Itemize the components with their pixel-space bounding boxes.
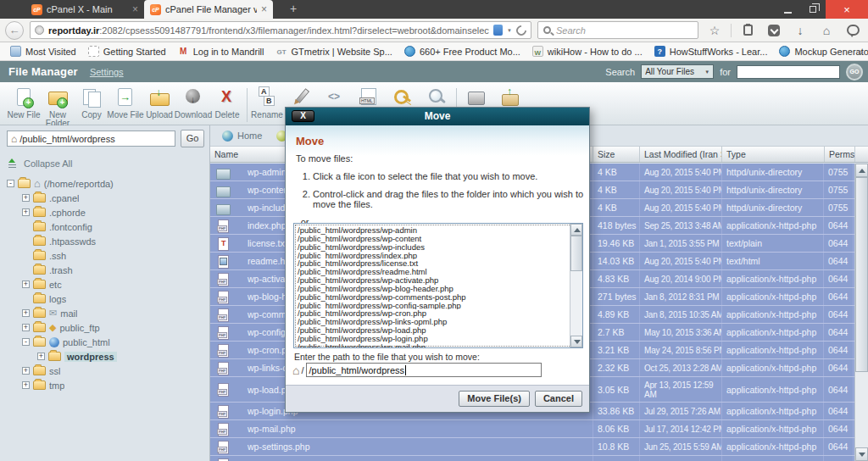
scroll-thumb[interactable]: [570, 236, 582, 271]
url-bar[interactable]: reportday.ir:2082/cpsess5091487791/front…: [30, 21, 531, 39]
file-type-icon[interactable]: [216, 291, 230, 303]
scroll-down-button[interactable]: [855, 447, 868, 461]
table-row[interactable]: wp-signup.php 24.54 KB Jun 27, 2015 4:33…: [210, 456, 854, 461]
bookmarks-overflow-chevron[interactable]: »: [858, 42, 863, 61]
window-close-button[interactable]: ×: [826, 0, 868, 19]
listbox-option[interactable]: /public_html/wordpress/wp-blog-header.ph…: [296, 285, 569, 293]
window-restore-button[interactable]: [800, 0, 826, 19]
scroll-thumb[interactable]: [855, 177, 868, 372]
listbox-option[interactable]: /public_html/wordpress/wp-config-sample.…: [296, 302, 569, 310]
fm-search-input[interactable]: [737, 65, 840, 79]
tree-item[interactable]: logs: [22, 292, 209, 306]
listbox-option[interactable]: /public_html/wordpress/wp-comments-post.…: [296, 293, 569, 302]
toolbar-item[interactable]: Upload: [142, 86, 176, 119]
toolbar-item[interactable]: New Folder: [41, 86, 75, 128]
toolbar-item[interactable]: Move File: [108, 86, 142, 119]
tree-item[interactable]: + ssl: [22, 364, 209, 378]
table-scrollbar[interactable]: [854, 164, 868, 461]
move-files-button[interactable]: Move File(s): [459, 391, 530, 407]
toolbar-item[interactable]: Rename: [250, 86, 284, 119]
file-type-icon[interactable]: [216, 255, 230, 268]
table-row[interactable]: wp-mail.php 8.06 KB Jul 17, 2014 12:42 P…: [210, 420, 854, 438]
bookmark-item[interactable]: Getting Started: [83, 42, 171, 61]
tree-item[interactable]: + public_ftp: [22, 320, 209, 335]
listbox-option[interactable]: /public_html/wordpress/wp-admin: [296, 226, 569, 235]
scroll-up-button[interactable]: [855, 164, 868, 177]
scroll-up-button[interactable]: [570, 224, 582, 236]
path-go-button[interactable]: Go: [181, 130, 204, 147]
search-go-button[interactable]: GO: [846, 64, 863, 81]
toolbar-item[interactable]: Delete: [210, 86, 244, 119]
back-button[interactable]: ←: [5, 21, 24, 40]
home-icon[interactable]: ⌂: [816, 21, 837, 40]
file-type-icon[interactable]: [216, 184, 230, 197]
table-row[interactable]: wp-settings.php 10.8 KB Jun 25, 2015 5:5…: [210, 438, 854, 456]
file-type-icon[interactable]: [216, 326, 230, 339]
window-minimize-button[interactable]: [775, 0, 800, 19]
browser-search-input[interactable]: Search: [537, 21, 698, 39]
file-type-icon[interactable]: [216, 202, 230, 214]
tree-item[interactable]: + etc: [22, 277, 209, 292]
dialog-close-button[interactable]: X: [292, 110, 314, 122]
tree-expander[interactable]: +: [22, 367, 30, 375]
search-scope-select[interactable]: All Your Files ▼: [641, 64, 714, 79]
file-type-icon[interactable]: [216, 237, 230, 250]
column-header[interactable]: Size: [593, 147, 640, 162]
file-type-icon[interactable]: [216, 458, 230, 461]
tree-expander[interactable]: +: [37, 353, 45, 360]
toolbar-item[interactable]: Download: [176, 86, 210, 119]
listbox-option[interactable]: /public_html/wordpress/wp-activate.php: [296, 276, 569, 285]
file-type-icon[interactable]: [216, 273, 230, 286]
downloads-icon[interactable]: ↓: [790, 21, 810, 40]
listbox-option[interactable]: /public_html/wordpress/wp-login.php: [296, 335, 569, 343]
tree-expander[interactable]: +: [22, 381, 30, 389]
listbox-option[interactable]: /public_html/wordpress/license.txt: [296, 259, 569, 268]
browser-tab[interactable]: cPanel File Manager v3 ×: [144, 0, 273, 19]
file-type-icon[interactable]: [216, 219, 230, 232]
listbox-option[interactable]: /public_html/wordpress/wp-mail.php: [296, 343, 569, 347]
scroll-down-button[interactable]: [570, 336, 582, 347]
bookmark-item[interactable]: Mockup Generator! St...: [774, 42, 868, 61]
listbox-option[interactable]: /public_html/wordpress/index.php: [296, 252, 569, 260]
tree-item[interactable]: .ssh: [22, 248, 209, 263]
tree-item[interactable]: + mail: [22, 306, 209, 320]
collapse-all-link[interactable]: Collapse All: [8, 158, 209, 169]
tree-item[interactable]: - (/home/reportda): [7, 176, 209, 191]
toolbar-item[interactable]: New File: [7, 86, 41, 119]
chevron-down-icon[interactable]: ▼: [507, 28, 512, 33]
bookmark-item[interactable]: Most Visited: [5, 42, 81, 61]
move-path-input[interactable]: /public_html/wordpress: [306, 363, 542, 377]
bookmark-item[interactable]: 660+ Free Product Mo...: [399, 42, 526, 61]
tree-expander[interactable]: +: [22, 324, 30, 331]
tree-expander[interactable]: +: [22, 208, 30, 216]
tree-expander[interactable]: -: [22, 338, 30, 346]
browser-tab[interactable]: cPanel X - Main ×: [25, 0, 144, 19]
file-type-icon[interactable]: [216, 405, 230, 418]
listbox-scrollbar[interactable]: [570, 224, 582, 347]
file-type-icon[interactable]: [216, 344, 230, 357]
pocket-icon[interactable]: [764, 21, 784, 40]
chat-icon[interactable]: [843, 21, 863, 40]
bookmark-item[interactable]: wikiHow - How to do ...: [527, 42, 648, 61]
tree-item[interactable]: + wordpress: [37, 349, 209, 364]
tree-expander[interactable]: +: [22, 194, 30, 202]
home-button[interactable]: Home: [217, 131, 267, 142]
tab-close-icon[interactable]: ×: [132, 4, 138, 14]
tree-item[interactable]: .fontconfig: [22, 219, 209, 234]
file-path-listbox[interactable]: /public_html/wordpress/wp-admin /public_…: [293, 223, 583, 348]
column-header[interactable]: Perms: [825, 147, 855, 162]
tree-expander[interactable]: -: [7, 180, 14, 187]
dialog-titlebar[interactable]: X Move: [286, 108, 589, 125]
tree-item[interactable]: + tmp: [22, 378, 209, 392]
bookmark-star-icon[interactable]: ☆: [704, 21, 725, 40]
listbox-option[interactable]: /public_html/wordpress/wp-cron.php: [296, 309, 569, 318]
new-tab-button[interactable]: +: [283, 0, 303, 19]
listbox-option[interactable]: /public_html/wordpress/wp-content: [296, 235, 569, 243]
url-badge-icon[interactable]: [493, 25, 503, 36]
tree-item[interactable]: .trash: [22, 263, 209, 277]
tab-close-icon[interactable]: ×: [261, 4, 267, 14]
file-type-icon[interactable]: [216, 308, 230, 321]
settings-link[interactable]: Settings: [90, 67, 124, 77]
file-type-icon[interactable]: [216, 383, 230, 396]
tree-expander[interactable]: +: [22, 309, 30, 317]
